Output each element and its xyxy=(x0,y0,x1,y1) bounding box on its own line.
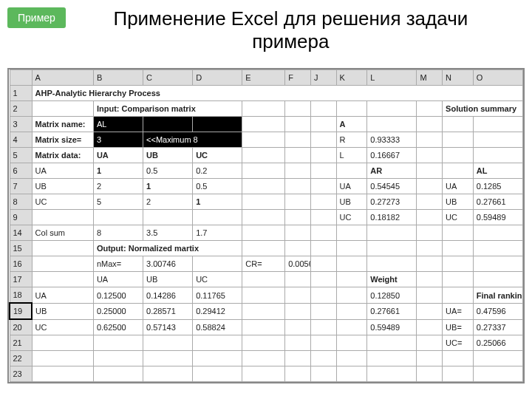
cell[interactable]: AR xyxy=(367,163,417,179)
cell[interactable]: UA xyxy=(93,272,143,287)
cell[interactable]: UB xyxy=(32,303,93,319)
row-9[interactable]: 9 xyxy=(10,210,32,225)
cell[interactable]: UB= xyxy=(443,319,474,335)
row-8[interactable]: 8 xyxy=(10,194,32,210)
col-K[interactable]: K xyxy=(336,70,367,86)
cell[interactable]: 0.12850 xyxy=(367,287,417,304)
col-O[interactable]: O xyxy=(473,70,522,86)
cell[interactable]: CR= xyxy=(242,256,285,272)
cell[interactable]: 0.2 xyxy=(193,163,242,179)
cell[interactable]: 0.58824 xyxy=(193,319,242,335)
cell[interactable]: 0.1285 xyxy=(473,179,522,194)
cell[interactable]: UC xyxy=(193,148,242,163)
cell[interactable]: UC xyxy=(443,210,474,225)
cell[interactable]: 0.5 xyxy=(143,163,193,179)
row-21[interactable]: 21 xyxy=(10,335,32,351)
cell-input-header[interactable]: Input: Comparison matrix xyxy=(93,101,242,117)
row-18[interactable]: 18 xyxy=(10,287,32,304)
cell[interactable]: 0.28571 xyxy=(143,303,193,319)
cell[interactable]: 0.25066 xyxy=(473,335,522,351)
col-B[interactable]: B xyxy=(93,70,143,86)
cell[interactable]: UB xyxy=(336,194,367,210)
cell[interactable]: 0.5 xyxy=(193,179,242,194)
col-M[interactable]: M xyxy=(417,70,443,86)
cell[interactable]: UA xyxy=(336,179,367,194)
cell[interactable]: 0.11765 xyxy=(193,287,242,304)
col-C[interactable]: C xyxy=(143,70,193,86)
row-15[interactable]: 15 xyxy=(10,241,32,256)
col-F[interactable]: F xyxy=(285,70,311,86)
cell[interactable]: 1 xyxy=(193,194,242,210)
cell[interactable]: 0.59489 xyxy=(473,210,522,225)
row-17[interactable]: 17 xyxy=(10,272,32,287)
cell[interactable]: 0.27273 xyxy=(367,194,417,210)
cell[interactable]: 0.27661 xyxy=(367,303,417,319)
cell[interactable]: 8 xyxy=(93,225,143,241)
cell[interactable]: UB xyxy=(443,194,474,210)
row-16[interactable]: 16 xyxy=(10,256,32,272)
row-4[interactable]: 4 xyxy=(10,132,32,148)
cell[interactable]: Matrix data: xyxy=(32,148,93,163)
row-2[interactable]: 2 xyxy=(10,101,32,117)
col-L[interactable]: L xyxy=(367,70,417,86)
cell[interactable]: 0.25000 xyxy=(93,303,143,319)
cell[interactable]: Weight xyxy=(367,272,417,287)
cell[interactable]: 0.29412 xyxy=(193,303,242,319)
col-E[interactable]: E xyxy=(242,70,285,86)
cell-output-header[interactable]: Output: Normalized martix xyxy=(93,241,242,256)
cell[interactable]: UC xyxy=(32,319,93,335)
cell[interactable]: UC xyxy=(336,210,367,225)
cell[interactable]: 0.16667 xyxy=(367,148,417,163)
row-5[interactable]: 5 xyxy=(10,148,32,163)
cell[interactable]: UC xyxy=(32,194,93,210)
cell[interactable]: A xyxy=(336,117,367,132)
cell[interactable]: 1 xyxy=(143,179,193,194)
row-7[interactable]: 7 xyxy=(10,179,32,194)
row-3[interactable]: 3 xyxy=(10,117,32,132)
cell-title[interactable]: AHP-Analytic Hierarchy Process xyxy=(32,86,522,101)
row-19[interactable]: 19 xyxy=(10,303,32,319)
cell[interactable]: UA xyxy=(32,287,93,304)
cell[interactable]: Final ranking xyxy=(473,287,522,304)
cell[interactable]: 3.5 xyxy=(143,225,193,241)
row-20[interactable]: 20 xyxy=(10,319,32,335)
cell[interactable]: 0.27337 xyxy=(473,319,522,335)
cell[interactable]: 1 xyxy=(93,163,143,179)
cell[interactable]: UA xyxy=(32,163,93,179)
row-14[interactable]: 14 xyxy=(10,225,32,241)
cell[interactable]: UC= xyxy=(443,335,474,351)
col-A[interactable]: A xyxy=(32,70,93,86)
cell[interactable]: 3 xyxy=(93,132,143,148)
cell[interactable]: AL xyxy=(93,117,143,132)
cell-solution-summary[interactable]: Solution summary xyxy=(443,101,523,117)
cell[interactable]: 0.54545 xyxy=(367,179,417,194)
cell[interactable]: 0.47596 xyxy=(473,303,522,319)
cell[interactable]: 5 xyxy=(93,194,143,210)
row-6[interactable]: 6 xyxy=(10,163,32,179)
row-22[interactable]: 22 xyxy=(10,351,32,366)
cell[interactable]: UA= xyxy=(443,303,474,319)
cell[interactable]: 0.59489 xyxy=(367,319,417,335)
cell[interactable]: 0.93333 xyxy=(367,132,417,148)
row-1[interactable]: 1 xyxy=(10,86,32,101)
cell[interactable]: 0.14286 xyxy=(143,287,193,304)
row-23[interactable]: 23 xyxy=(10,366,32,382)
cell[interactable]: 0.27661 xyxy=(473,194,522,210)
col-N[interactable]: N xyxy=(443,70,474,86)
cell[interactable]: 0.62500 xyxy=(93,319,143,335)
cell[interactable]: UA xyxy=(93,148,143,163)
cell[interactable]: <<Maximum 8 xyxy=(143,132,242,148)
cell[interactable]: 0.12500 xyxy=(93,287,143,304)
cell[interactable]: UA xyxy=(443,179,474,194)
cell[interactable]: 2 xyxy=(93,179,143,194)
cell[interactable]: R xyxy=(336,132,367,148)
cell[interactable]: 0.57143 xyxy=(143,319,193,335)
cell[interactable]: Matrix name: xyxy=(32,117,93,132)
cell[interactable]: UB xyxy=(143,272,193,287)
cell[interactable]: 0.0056 xyxy=(285,256,311,272)
cell[interactable]: UC xyxy=(193,272,242,287)
col-J[interactable]: J xyxy=(310,70,336,86)
cell[interactable]: AL xyxy=(473,163,522,179)
cell[interactable]: Matrix size= xyxy=(32,132,93,148)
cell[interactable]: UB xyxy=(143,148,193,163)
